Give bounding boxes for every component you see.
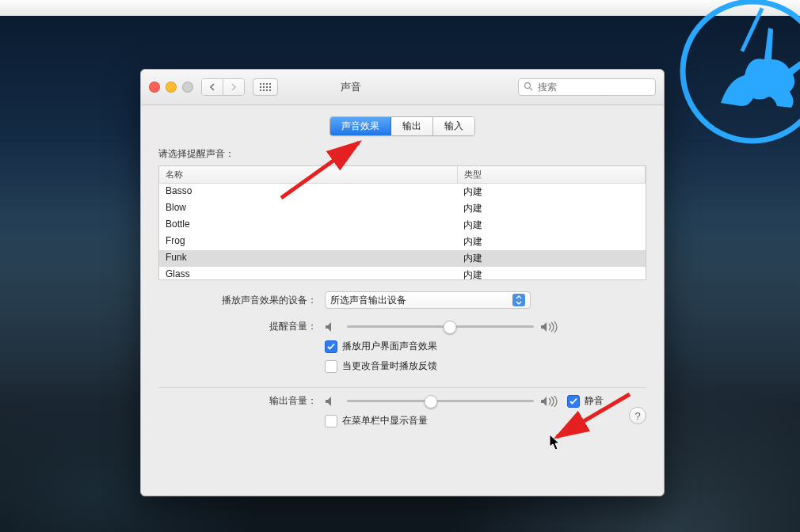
list-header: 名称 类型 — [159, 166, 646, 184]
menubar-volume-label: 在菜单栏中显示音量 — [342, 414, 428, 428]
alert-sound-list: 名称 类型 Basso内建Blow内建Bottle内建Frog内建Funk内建G… — [158, 165, 646, 280]
mute-label: 静音 — [585, 394, 604, 408]
svg-rect-1 — [741, 7, 764, 51]
alert-volume-slider[interactable] — [347, 321, 534, 333]
menubar-volume-checkbox[interactable] — [325, 415, 337, 428]
help-button[interactable]: ? — [629, 407, 646, 424]
play-through-value: 所选声音输出设备 — [330, 294, 406, 307]
divider — [158, 387, 646, 388]
svg-point-14 — [525, 82, 531, 88]
select-arrows-icon — [512, 294, 525, 306]
table-row[interactable]: Frog内建 — [159, 234, 646, 250]
search-input[interactable] — [536, 81, 658, 93]
titlebar: 声音 — [141, 70, 664, 105]
output-volume-slider[interactable] — [347, 395, 534, 408]
tab-0[interactable]: 声音效果 — [330, 117, 391, 135]
alert-volume-label: 提醒音量： — [158, 320, 325, 333]
list-rows[interactable]: Basso内建Blow内建Bottle内建Frog内建Funk内建Glass内建 — [159, 184, 646, 280]
search-icon — [524, 82, 533, 93]
column-type[interactable]: 类型 — [458, 166, 646, 183]
search-field[interactable] — [518, 78, 656, 96]
feedback-label: 当更改音量时播放反馈 — [342, 359, 437, 373]
tabs: 声音效果输出输入 — [158, 116, 646, 136]
close-button[interactable] — [149, 82, 160, 93]
column-name[interactable]: 名称 — [159, 166, 458, 183]
table-row[interactable]: Funk内建 — [159, 250, 646, 267]
play-through-label: 播放声音效果的设备： — [158, 294, 325, 307]
sound-preferences-window: 声音 声音效果输出输入 请选择提醒声音： 名称 类型 Basso内建Blow内建… — [140, 69, 665, 496]
table-row[interactable]: Glass内建 — [159, 267, 646, 280]
horseman-watermark — [673, 0, 800, 150]
ui-sound-label: 播放用户界面声音效果 — [342, 340, 437, 353]
svg-line-15 — [530, 88, 532, 90]
feedback-checkbox[interactable] — [325, 360, 337, 373]
output-volume-label: 输出音量： — [158, 394, 325, 408]
ui-sound-checkbox[interactable] — [325, 340, 337, 353]
mute-checkbox[interactable] — [567, 395, 580, 408]
window-body: 声音效果输出输入 请选择提醒声音： 名称 类型 Basso内建Blow内建Bot… — [141, 105, 664, 435]
table-row[interactable]: Basso内建 — [159, 184, 646, 200]
minimize-button[interactable] — [166, 82, 177, 93]
tab-1[interactable]: 输出 — [391, 117, 433, 135]
traffic-lights — [149, 82, 193, 93]
alert-sound-label: 请选择提醒声音： — [158, 147, 646, 161]
window-title: 声音 — [191, 80, 510, 94]
speaker-high-icon — [540, 395, 562, 408]
tab-2[interactable]: 输入 — [433, 117, 474, 135]
speaker-low-icon — [325, 395, 341, 408]
speaker-high-icon — [540, 321, 562, 333]
table-row[interactable]: Bottle内建 — [159, 217, 646, 234]
play-through-select[interactable]: 所选声音输出设备 — [325, 291, 531, 309]
table-row[interactable]: Blow内建 — [159, 200, 646, 217]
speaker-low-icon — [325, 321, 341, 333]
desktop: 声音 声音效果输出输入 请选择提醒声音： 名称 类型 Basso内建Blow内建… — [0, 0, 800, 532]
